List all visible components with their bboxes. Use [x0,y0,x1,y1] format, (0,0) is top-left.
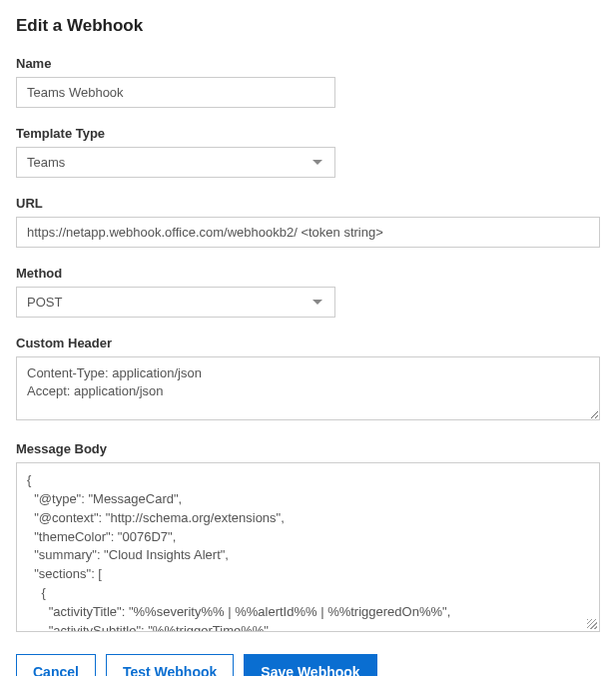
name-field-group: Name [16,56,600,108]
custom-header-textarea[interactable]: Content-Type: application/json Accept: a… [16,356,600,420]
chevron-down-icon [312,300,322,305]
method-select[interactable]: POST [16,287,335,318]
method-label: Method [16,266,600,281]
custom-header-field-group: Custom Header Content-Type: application/… [16,336,600,423]
name-input[interactable] [16,77,335,108]
url-input[interactable] [16,217,600,248]
template-type-label: Template Type [16,126,600,141]
template-type-select[interactable]: Teams [16,147,335,178]
save-webhook-button[interactable]: Save Webhook [244,654,376,676]
url-field-group: URL [16,196,600,248]
message-body-textarea[interactable]: { "@type": "MessageCard", "@context": "h… [17,463,599,631]
method-field-group: Method POST [16,266,600,318]
message-body-field-group: Message Body { "@type": "MessageCard", "… [16,441,600,632]
name-label: Name [16,56,600,71]
message-body-label: Message Body [16,441,600,456]
method-value: POST [27,295,62,310]
test-webhook-button[interactable]: Test Webhook [106,654,234,676]
page-title: Edit a Webhook [16,16,600,36]
chevron-down-icon [312,160,322,165]
cancel-button[interactable]: Cancel [16,654,96,676]
custom-header-label: Custom Header [16,336,600,350]
resize-handle-icon[interactable] [587,619,597,629]
button-row: Cancel Test Webhook Save Webhook [16,654,600,676]
url-label: URL [16,196,600,211]
template-type-value: Teams [27,155,65,170]
template-type-field-group: Template Type Teams [16,126,600,178]
